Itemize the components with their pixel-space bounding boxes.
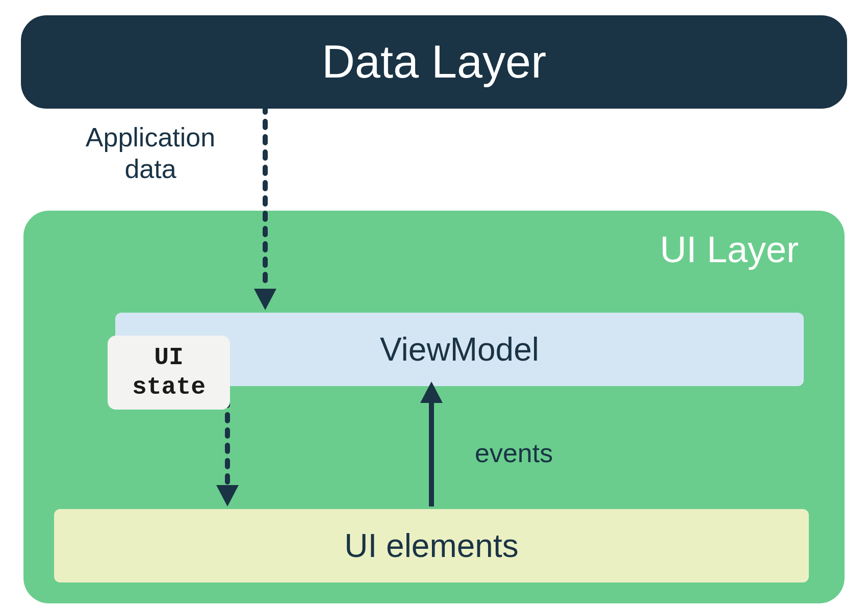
viewmodel-label: ViewModel: [380, 331, 539, 368]
svg-marker-4: [420, 382, 443, 403]
ui-state-box: UI state: [108, 336, 230, 410]
ui-elements-box: UI elements: [54, 509, 809, 582]
ui-layer-box: UI Layer ViewModel UI state events UI el…: [23, 211, 845, 603]
arrow-data-to-viewmodel: [250, 106, 280, 310]
svg-marker-3: [216, 485, 239, 506]
svg-marker-1: [254, 289, 276, 310]
events-label: events: [475, 438, 553, 468]
application-data-label: Application data: [79, 121, 222, 185]
arrow-viewmodel-to-elements: [212, 399, 243, 506]
arrow-elements-to-viewmodel: [416, 382, 447, 506]
ui-state-label-line2: state: [132, 373, 206, 401]
ui-layer-title: UI Layer: [660, 229, 799, 270]
data-layer-title: Data Layer: [322, 36, 546, 87]
data-layer-box: Data Layer: [21, 15, 847, 109]
ui-elements-label: UI elements: [344, 527, 518, 564]
ui-state-label-line1: UI: [154, 344, 184, 371]
